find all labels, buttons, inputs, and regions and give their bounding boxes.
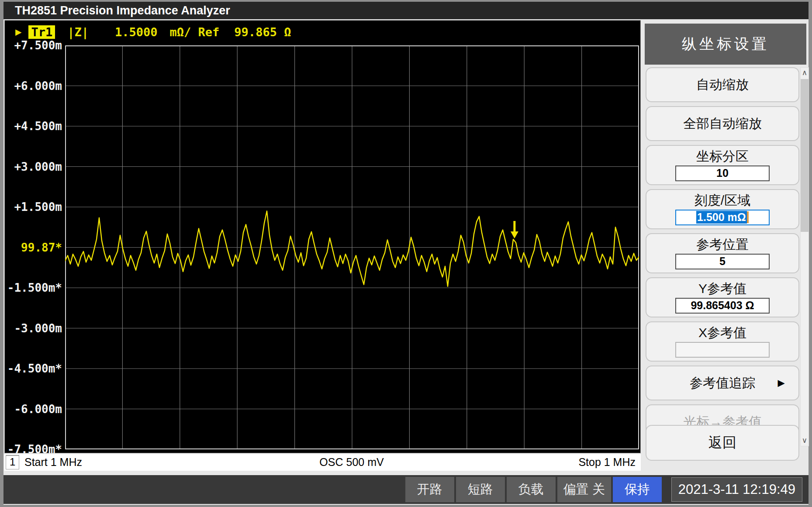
bottom-toolbar: 开路短路负载偏置 关保持 2021-3-11 12:19:49 — [3, 475, 809, 504]
y-axis-label: -6.000m — [14, 402, 62, 417]
sidebar-item-label: 全部自动缩放 — [683, 116, 762, 131]
y-axis-labels: +7.500m+6.000m+4.500m+3.000m+1.500m99.87… — [5, 21, 64, 454]
y-axis-ref-label: 99.87* — [21, 240, 62, 255]
sidebar-item-reference-position[interactable]: 参考位置5 — [646, 233, 799, 273]
sidebar-item-label: Y参考值 — [698, 281, 746, 297]
sidebar-item-label: 参考值追踪 — [690, 376, 755, 391]
graph-panel: ▶ Tr1 |Z| 1.5000 mΩ/ Ref 99.865 Ω +7.500… — [4, 20, 641, 453]
y-axis-label: -1.500m* — [7, 280, 62, 295]
marker-arrow-icon — [511, 231, 518, 238]
sweep-status-bar: 1 Start 1 MHz OSC 500 mV Stop 1 MHz — [4, 454, 641, 471]
channel-indicator: 1 — [6, 455, 19, 469]
selected-text: 1.500 mΩ — [696, 211, 747, 224]
sidebar-item-y-reference-value[interactable]: Y参考值99.865403 Ω — [646, 277, 799, 317]
trace-ref-value: 99.865 Ω — [234, 25, 291, 39]
y-axis-label: +7.500m — [14, 38, 62, 53]
scrollbar-thumb[interactable] — [801, 79, 809, 232]
sidebar-item-label: 自动缩放 — [696, 77, 749, 93]
settings-sidebar: 纵坐标设置 自动缩放全部自动缩放坐标分区10刻度/区域1.500 mΩ参考位置5… — [645, 22, 811, 464]
y-axis-label: +1.500m — [14, 200, 62, 214]
y-axis-label: +4.500m — [14, 119, 62, 134]
sidebar-scrollbar[interactable]: ∧ ∨ — [800, 67, 809, 446]
clock-display: 2021-3-11 12:19:49 — [671, 477, 802, 502]
sidebar-item-auto-scale[interactable]: 自动缩放 — [646, 67, 799, 102]
instrument-screen: TH2851 Precision Impedance Analyzer ▶ Tr… — [0, 0, 812, 507]
sidebar-list: 自动缩放全部自动缩放坐标分区10刻度/区域1.500 mΩ参考位置5Y参考值99… — [646, 67, 799, 439]
sidebar-item-reference-tracking[interactable]: 参考值追踪► — [646, 366, 799, 400]
scale-per-division-input[interactable]: 1.500 mΩ — [675, 210, 770, 225]
y-axis-label: -3.000m — [14, 321, 62, 336]
window-title: TH2851 Precision Impedance Analyzer — [15, 4, 230, 17]
sidebar-item-scale-per-division[interactable]: 刻度/区域1.500 mΩ — [646, 189, 799, 229]
x-reference-value-input[interactable] — [675, 342, 770, 358]
back-button[interactable]: 返回 — [646, 425, 799, 461]
sidebar-item-x-reference-value[interactable]: X参考值 — [646, 321, 799, 362]
scroll-down-icon[interactable]: ∨ — [801, 435, 809, 446]
sidebar-title-text: 纵坐标设置 — [682, 34, 769, 54]
trace-parameter: |Z| — [67, 25, 89, 39]
scroll-up-icon[interactable]: ∧ — [801, 68, 809, 78]
load-button[interactable]: 负载 — [507, 477, 556, 502]
plot-svg — [65, 45, 639, 449]
y-reference-value-input[interactable]: 99.865403 Ω — [675, 298, 770, 314]
reference-position-input[interactable]: 5 — [675, 254, 770, 269]
trace-scale-value: 1.5000 — [115, 25, 158, 39]
marker-stem — [513, 221, 515, 232]
sidebar-item-label: 坐标分区 — [696, 149, 749, 164]
sidebar-item-label: 参考位置 — [696, 237, 749, 252]
sweep-stop-label: Stop 1 MHz — [578, 456, 636, 469]
submenu-arrow-icon: ► — [775, 376, 787, 390]
short-circuit-button[interactable]: 短路 — [456, 477, 505, 502]
bias-button[interactable]: 偏置 关 — [557, 477, 611, 502]
y-axis-label: +6.000m — [14, 79, 62, 93]
hold-button[interactable]: 保持 — [613, 477, 662, 502]
text-caret — [747, 211, 749, 223]
timestamp: 2021-3-11 12:19:49 — [678, 482, 795, 497]
axis-divisions-input[interactable]: 10 — [675, 166, 770, 181]
sidebar-item-label: X参考值 — [698, 325, 746, 341]
sidebar-item-auto-scale-all[interactable]: 全部自动缩放 — [646, 106, 799, 141]
sidebar-item-label: 刻度/区域 — [695, 193, 750, 208]
plot-area — [65, 45, 639, 449]
sidebar-item-axis-divisions[interactable]: 坐标分区10 — [646, 145, 799, 185]
y-axis-label: -4.500m* — [7, 361, 62, 376]
sidebar-title: 纵坐标设置 — [645, 24, 806, 65]
title-bar: TH2851 Precision Impedance Analyzer — [3, 2, 809, 19]
trace-scale-unit: mΩ/ Ref — [170, 25, 220, 39]
open-circuit-button[interactable]: 开路 — [405, 477, 454, 502]
y-axis-label: +3.000m — [14, 159, 62, 174]
osc-level-label: OSC 500 mV — [65, 456, 639, 469]
